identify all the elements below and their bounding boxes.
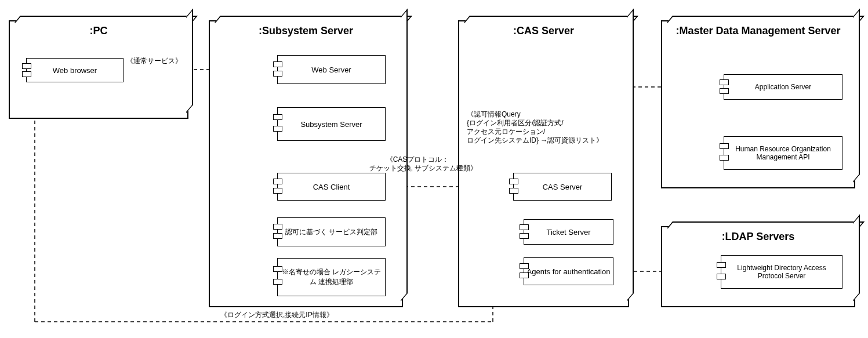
comp-web-browser-label: Web browser <box>53 66 97 75</box>
label-auth-query: 《認可情報Query {ログイン利用者区分/認証方式/ アクセス元ロケーション/… <box>467 110 603 145</box>
comp-auth-agents-label: Agents for authentication <box>527 267 611 276</box>
comp-ldap-server-label: Lightweight Directory Access Protocol Se… <box>724 264 840 280</box>
comp-subsystem-server-label: Subsystem Server <box>300 120 362 129</box>
label-login-method: 《ログイン方式選択,接続元IP情報》 <box>220 311 333 319</box>
node-ldap-title: :LDAP Servers <box>662 227 854 244</box>
comp-ldap-server: Lightweight Directory Access Protocol Se… <box>721 255 842 289</box>
comp-legacy-link: ※名寄せの場合 レガシーシステム 連携処理部 <box>277 258 386 296</box>
node-cas-title: :CAS Server <box>459 21 628 38</box>
node-subsystem-title: :Subsystem Server <box>210 21 402 38</box>
comp-hr-api: Human Resource Organization Management A… <box>724 136 842 170</box>
comp-cas-client-label: CAS Client <box>313 183 350 191</box>
comp-cas-server: CAS Server <box>513 173 612 201</box>
comp-web-server-label: Web Server <box>311 66 351 74</box>
comp-auth-agents: Agents for authentication <box>524 257 613 285</box>
label-normal-service: 《通常サービス》 <box>126 57 182 66</box>
comp-ticket-server: Ticket Server <box>524 219 613 245</box>
label-cas-protocol: 《CASプロトコル： チケット交換, サブシステム種類》 <box>365 155 470 173</box>
comp-subsystem-server: Subsystem Server <box>277 107 386 141</box>
node-pc-title: :PC <box>10 21 187 38</box>
comp-web-server: Web Server <box>277 55 386 84</box>
node-mdm-title: :Master Data Management Server <box>662 21 854 38</box>
comp-web-browser: Web browser <box>26 58 124 82</box>
comp-ticket-server-label: Ticket Server <box>546 228 590 237</box>
comp-legacy-link-label: ※名寄せの場合 レガシーシステム 連携処理部 <box>280 267 383 287</box>
comp-cas-client: CAS Client <box>277 173 386 201</box>
comp-hr-api-label: Human Resource Organization Management A… <box>727 145 840 161</box>
comp-app-server: Application Server <box>724 74 842 100</box>
comp-auth-service-label: 認可に基づく サービス判定部 <box>285 227 377 237</box>
comp-app-server-label: Application Server <box>755 83 811 91</box>
comp-auth-service: 認可に基づく サービス判定部 <box>277 217 386 246</box>
comp-cas-server-label: CAS Server <box>543 183 583 191</box>
